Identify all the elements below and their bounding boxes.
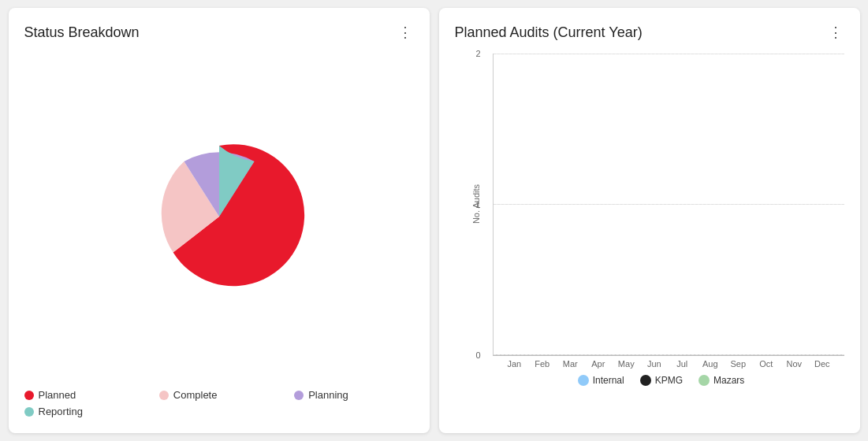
bar-legend: Internal KPMG Mazars [479, 375, 844, 386]
x-label-nov: Nov [780, 359, 809, 369]
pie-section [24, 54, 414, 380]
legend-label-complete: Complete [173, 389, 218, 401]
x-labels: Jan Feb Mar Apr May Jun Jul Aug Sep Oct … [493, 356, 844, 369]
legend-item-reporting: Reporting [24, 406, 143, 417]
status-breakdown-menu[interactable]: ⋮ [398, 24, 414, 41]
x-label-aug: Aug [696, 359, 725, 369]
x-label-jun: Jun [640, 359, 669, 369]
bar-legend-label-internal: Internal [593, 375, 624, 386]
ytick-1: 1 [476, 200, 481, 209]
legend-label-reporting: Reporting [39, 406, 83, 417]
pie-chart [132, 130, 306, 303]
legend-dot-planned [24, 391, 34, 400]
bar-legend-kpmg: KPMG [640, 375, 683, 386]
legend-label-planned: Planned [39, 389, 76, 401]
legend-dot-planning [294, 391, 304, 400]
legend-item-planned: Planned [24, 389, 143, 401]
x-label-jul: Jul [669, 359, 697, 369]
ytick-2: 2 [476, 49, 481, 58]
bars-container [494, 54, 844, 355]
legend-item-complete: Complete [159, 389, 278, 401]
planned-audits-title: Planned Audits (Current Year) [455, 24, 643, 41]
x-label-dec: Dec [808, 359, 836, 369]
bar-chart-area: No. Audits 0 1 2 [455, 54, 844, 417]
x-label-may: May [613, 359, 641, 369]
x-label-apr: Apr [584, 359, 613, 369]
legend-label-planning: Planning [308, 389, 348, 401]
planned-audits-header: Planned Audits (Current Year) ⋮ [455, 24, 844, 41]
status-breakdown-title: Status Breakdown [24, 24, 140, 41]
bar-legend-label-mazars: Mazars [713, 375, 744, 386]
legend-item-planning: Planning [294, 389, 413, 401]
bar-legend-dot-kpmg [640, 375, 651, 386]
x-label-mar: Mar [557, 359, 585, 369]
planned-audits-card: Planned Audits (Current Year) ⋮ No. Audi… [439, 8, 860, 433]
x-label-feb: Feb [528, 359, 557, 369]
dashboard: Status Breakdown ⋮ [9, 8, 860, 433]
x-label-sep: Sep [725, 359, 753, 369]
x-label-oct: Oct [752, 359, 780, 369]
chart-inner: 0 1 2 [493, 54, 844, 356]
pie-legend: Planned Complete Planning Reporting [24, 389, 414, 417]
legend-dot-complete [159, 391, 169, 400]
status-breakdown-header: Status Breakdown ⋮ [24, 24, 414, 41]
planned-audits-menu[interactable]: ⋮ [829, 24, 844, 41]
bar-legend-mazars: Mazars [698, 375, 744, 386]
x-label-jan: Jan [501, 359, 529, 369]
ytick-0: 0 [476, 350, 481, 360]
bar-legend-label-kpmg: KPMG [655, 375, 683, 386]
status-breakdown-card: Status Breakdown ⋮ [9, 8, 430, 433]
bar-legend-dot-mazars [698, 375, 710, 386]
legend-dot-reporting [24, 407, 34, 417]
pie-chart-wrapper [132, 130, 306, 303]
bar-legend-internal: Internal [578, 375, 624, 386]
bar-legend-dot-internal [578, 375, 589, 386]
